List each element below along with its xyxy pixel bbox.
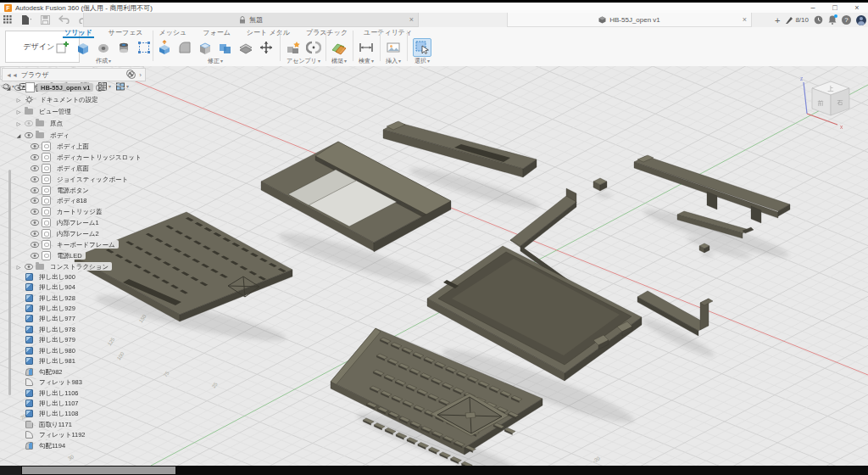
body-label[interactable]: 内部フレーム1 bbox=[53, 219, 103, 227]
timeline-scrubber[interactable] bbox=[22, 467, 175, 474]
body-row[interactable]: カートリッジ蓋 bbox=[31, 206, 166, 217]
body-row[interactable]: ボディ底面 bbox=[31, 163, 166, 174]
feature-label[interactable]: 押し出し1106 bbox=[36, 388, 81, 397]
body-row[interactable]: 電源ボタン bbox=[31, 185, 166, 196]
feature-row[interactable]: 押し出し980 bbox=[25, 345, 161, 355]
body-row[interactable]: 内部フレーム2 bbox=[31, 228, 166, 239]
feature-row[interactable]: フィレット1192 bbox=[25, 430, 161, 440]
body-row[interactable]: キーボードフレーム bbox=[31, 239, 166, 250]
feature-row[interactable]: 押し出し929 bbox=[25, 303, 161, 313]
combine-button[interactable] bbox=[217, 39, 234, 56]
panel-expand-icon[interactable]: › bbox=[139, 71, 142, 79]
ribbon-tab[interactable]: メッシュ bbox=[158, 28, 189, 38]
expand-closed-icon[interactable]: ▷ bbox=[15, 97, 22, 103]
data-panel-button[interactable] bbox=[0, 13, 15, 26]
doc-tab-untitled[interactable]: 無題 × bbox=[83, 13, 419, 27]
body-label[interactable]: ボディ818 bbox=[53, 197, 91, 205]
feature-label[interactable]: 押し出し979 bbox=[36, 336, 79, 344]
ribbon-tab[interactable]: フォーム bbox=[201, 28, 232, 38]
group-label-assemble[interactable]: アセンブリ bbox=[287, 57, 320, 65]
feature-row[interactable]: 押し出し904 bbox=[25, 282, 161, 292]
eye-icon[interactable] bbox=[31, 154, 39, 160]
close-tab-icon[interactable]: × bbox=[740, 15, 749, 24]
feature-label[interactable]: 押し出し981 bbox=[36, 357, 79, 366]
body-label[interactable]: カートリッジ蓋 bbox=[53, 208, 105, 216]
close-tab-icon[interactable]: × bbox=[407, 15, 416, 24]
ribbon-tab[interactable]: シート メタル bbox=[245, 28, 292, 38]
fillet-button[interactable] bbox=[176, 39, 193, 56]
feature-row[interactable]: 押し出し978 bbox=[25, 324, 161, 334]
body-row[interactable]: ボディカートリッジスロット bbox=[31, 152, 166, 163]
ribbon-tab[interactable]: プラスチック bbox=[304, 28, 349, 38]
group-label-insert[interactable]: 挿入 bbox=[386, 57, 401, 65]
extrude-button[interactable] bbox=[75, 39, 92, 56]
body-label[interactable]: ボディ上面 bbox=[53, 142, 92, 150]
expand-open-icon[interactable]: ◢ bbox=[5, 85, 12, 91]
hole-button[interactable] bbox=[115, 39, 132, 56]
body-label[interactable]: ボディ底面 bbox=[53, 164, 92, 172]
tree-node-label[interactable]: ビュー管理 bbox=[36, 107, 75, 115]
doc-tab-active[interactable]: HB-55J_open v1 × bbox=[507, 13, 752, 27]
sketch-palette-button[interactable] bbox=[136, 39, 153, 56]
feature-label[interactable]: フィレット983 bbox=[36, 378, 86, 387]
maximize-button[interactable]: □ bbox=[824, 3, 846, 13]
eye-icon[interactable] bbox=[31, 209, 39, 215]
tree-node-label[interactable]: ドキュメントの設定 bbox=[36, 95, 102, 103]
move-copy-button[interactable] bbox=[258, 39, 275, 56]
close-button[interactable]: × bbox=[846, 3, 868, 13]
tree-node-construction[interactable]: ▷ コンストラクション bbox=[15, 261, 112, 271]
eye-icon[interactable] bbox=[31, 242, 39, 248]
expand-open-icon[interactable]: ◢ bbox=[15, 132, 22, 138]
feature-row[interactable]: 押し出し979 bbox=[25, 335, 161, 345]
feature-row[interactable]: 押し出し928 bbox=[25, 293, 161, 303]
feature-row[interactable]: 押し出し1107 bbox=[25, 398, 161, 408]
help-button[interactable]: ? bbox=[842, 15, 851, 25]
avatar[interactable] bbox=[856, 15, 866, 25]
feature-label[interactable]: 押し出し900 bbox=[36, 272, 79, 281]
collapse-panel-icon[interactable]: ◄◄ bbox=[6, 72, 18, 78]
feature-row[interactable]: 押し出し977 bbox=[25, 314, 161, 324]
select-button[interactable] bbox=[413, 38, 431, 57]
tree-node-bodies[interactable]: ◢ ボディ bbox=[5, 129, 153, 141]
eye-icon[interactable] bbox=[31, 198, 39, 204]
new-component-button[interactable] bbox=[285, 39, 302, 56]
press-pull-button[interactable] bbox=[156, 39, 173, 56]
feature-label[interactable]: 押し出し1108 bbox=[36, 410, 81, 418]
feature-label[interactable]: 押し出し978 bbox=[36, 325, 79, 333]
undo-button[interactable] bbox=[57, 13, 72, 26]
body-label[interactable]: ジョイスティックポート bbox=[53, 175, 131, 183]
tree-node-named-views[interactable]: ▷ ビュー管理 bbox=[5, 105, 153, 117]
feature-label[interactable]: 押し出し929 bbox=[36, 305, 79, 313]
shell-button[interactable] bbox=[197, 39, 214, 56]
browser-scrollbar[interactable] bbox=[8, 170, 11, 395]
body-row[interactable]: ボディ818 bbox=[31, 195, 166, 206]
file-menu-button[interactable] bbox=[19, 13, 34, 26]
expand-closed-icon[interactable]: ▷ bbox=[15, 264, 22, 270]
construction-plane-button[interactable] bbox=[331, 39, 348, 56]
body-row[interactable]: 内部フレーム1 bbox=[31, 217, 166, 228]
measure-button[interactable] bbox=[358, 39, 375, 56]
job-status-button[interactable]: 8/10 bbox=[785, 16, 809, 25]
revolve-button[interactable] bbox=[95, 39, 112, 56]
feature-label[interactable]: 押し出し904 bbox=[36, 283, 79, 292]
feature-row[interactable]: 押し出し981 bbox=[25, 356, 161, 366]
feature-label[interactable]: 押し出し928 bbox=[36, 293, 79, 302]
feature-label[interactable]: 押し出し1107 bbox=[36, 399, 81, 407]
model-part-cartridge-slot[interactable] bbox=[383, 121, 537, 177]
browser-header[interactable]: ◄◄ ブラウザ › bbox=[2, 68, 146, 81]
feature-row[interactable]: 勾配982 bbox=[25, 366, 161, 377]
feature-label[interactable]: 勾配982 bbox=[36, 367, 66, 376]
tree-node-doc-settings[interactable]: ▷ ドキュメントの設定 bbox=[5, 93, 153, 105]
body-row[interactable]: 電源LED bbox=[31, 250, 166, 261]
ribbon-tab[interactable]: ソリッド bbox=[63, 28, 94, 38]
body-label[interactable]: 電源ボタン bbox=[53, 186, 92, 194]
body-label[interactable]: ボディカートリッジスロット bbox=[53, 153, 145, 161]
group-label-construct[interactable]: 構築 bbox=[331, 57, 347, 65]
eye-icon[interactable] bbox=[31, 253, 39, 259]
create-sketch-button[interactable] bbox=[54, 39, 71, 56]
eye-icon[interactable] bbox=[31, 187, 39, 193]
eye-icon[interactable] bbox=[31, 231, 39, 237]
eye-icon[interactable] bbox=[31, 220, 39, 226]
feature-row[interactable]: 押し出し1106 bbox=[25, 388, 161, 398]
body-label[interactable]: キーボードフレーム bbox=[53, 240, 119, 249]
